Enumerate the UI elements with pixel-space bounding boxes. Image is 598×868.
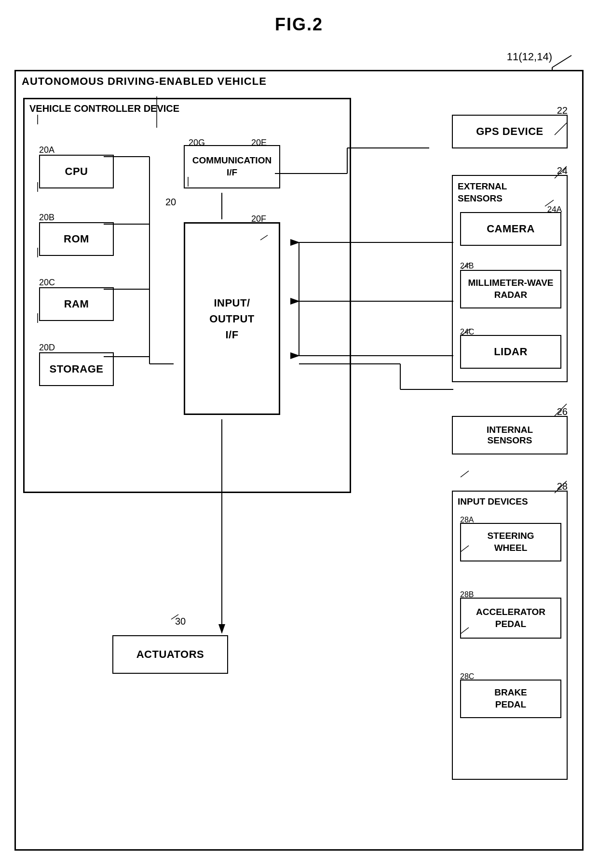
storage-text: STORAGE [50, 363, 104, 375]
ref-22: 22 [557, 105, 568, 116]
storage-box: STORAGE [39, 352, 114, 386]
outer-box: AUTONOMOUS DRIVING-ENABLED VEHICLE VEHIC… [14, 70, 584, 851]
steering-text: STEERING WHEEL [487, 530, 534, 554]
rom-box: ROM [39, 222, 114, 256]
ref-label-top: 11(12,14) [507, 51, 552, 63]
controller-box: VEHICLE CONTROLLER DEVICE CPU 20A ROM 20… [23, 98, 351, 493]
io-text: INPUT/ OUTPUT I/F [209, 295, 254, 343]
accel-box: ACCELERATOR PEDAL [460, 598, 561, 639]
ref-20c: 20C [39, 278, 55, 288]
ref-24b: 24B [460, 262, 474, 270]
lidar-box: LIDAR [460, 335, 561, 369]
ext-sensors-box: EXTERNAL SENSORS 24A CAMERA 24B MILLIMET… [452, 175, 568, 382]
comm-box: COMMUNICATION I/F [184, 145, 280, 188]
cpu-text: CPU [65, 165, 88, 178]
io-box: INPUT/ OUTPUT I/F [184, 222, 280, 415]
outer-box-label: AUTONOMOUS DRIVING-ENABLED VEHICLE [22, 75, 267, 88]
ram-box: RAM [39, 287, 114, 321]
controller-label: VEHICLE CONTROLLER DEVICE [29, 103, 179, 114]
ref-24: 24 [557, 165, 568, 176]
brake-text: BRAKE PEDAL [494, 687, 527, 710]
ref-20: 20 [165, 197, 176, 208]
input-dev-label: INPUT DEVICES [458, 496, 528, 507]
input-dev-box: INPUT DEVICES 28A STEERING WHEEL 28B ACC… [452, 491, 568, 780]
ext-sensors-label: EXTERNAL SENSORS [458, 181, 507, 204]
ref-20g: 20G [189, 138, 205, 148]
ref-20d: 20D [39, 343, 55, 353]
accel-text: ACCELERATOR PEDAL [476, 606, 545, 630]
actuators-text: ACTUATORS [136, 648, 204, 661]
figure-title: FIG.2 [0, 0, 598, 35]
brake-box: BRAKE PEDAL [460, 680, 561, 718]
camera-box: CAMERA [460, 212, 561, 246]
comm-text: COMMUNICATION I/F [192, 155, 272, 178]
rom-text: ROM [64, 233, 89, 245]
radar-box: MILLIMETER-WAVE RADAR [460, 270, 561, 308]
gps-box: GPS DEVICE [452, 115, 568, 148]
camera-text: CAMERA [487, 223, 535, 235]
ref-28: 28 [557, 481, 568, 492]
cpu-box: CPU [39, 155, 114, 188]
steering-box: STEERING WHEEL [460, 523, 561, 561]
ram-text: RAM [64, 298, 89, 310]
actuators-box: ACTUATORS [112, 635, 228, 674]
ref-20a: 20A [39, 145, 54, 155]
ref-20e: 20E [251, 138, 267, 148]
radar-text: MILLIMETER-WAVE RADAR [468, 277, 554, 301]
svg-line-3 [552, 55, 571, 67]
ref-20b: 20B [39, 213, 54, 223]
int-sensors-box: INTERNAL SENSORS [452, 416, 568, 454]
ref-26: 26 [557, 406, 568, 417]
int-sensors-text: INTERNAL SENSORS [487, 425, 533, 446]
lidar-text: LIDAR [494, 346, 528, 358]
ref-30: 30 [175, 616, 186, 627]
gps-text: GPS DEVICE [476, 125, 543, 138]
ref-20f: 20F [251, 214, 266, 224]
